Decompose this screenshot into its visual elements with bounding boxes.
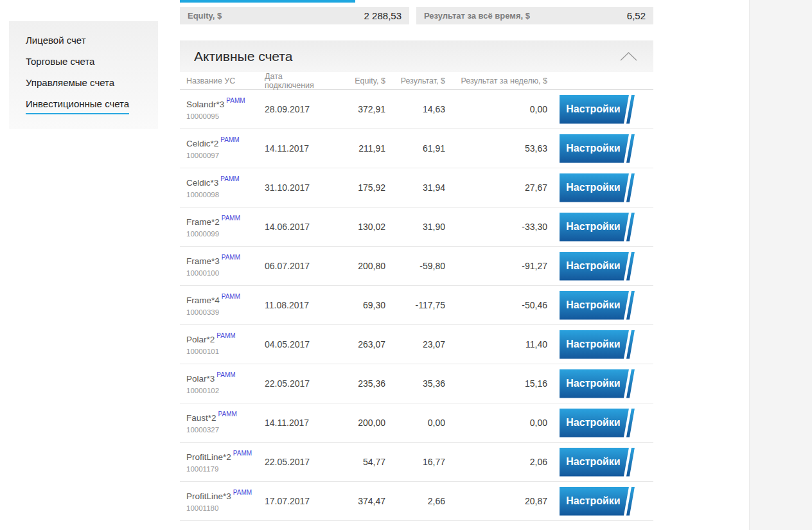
right-page-gutter [749, 0, 812, 530]
connect-date-cell: 11.08.2017 [265, 300, 333, 310]
settings-button-label: Настройки [560, 134, 635, 163]
account-name: Celdic*3 [186, 179, 218, 188]
result-cell: 35,36 [385, 378, 445, 389]
connect-date-cell: 14.11.2017 [265, 143, 333, 154]
week-result-cell: 53,63 [445, 143, 547, 154]
connect-date-cell: 14.06.2017 [265, 222, 333, 232]
active-tab-underline [180, 0, 355, 3]
pamm-link[interactable]: PAMM [216, 371, 235, 378]
account-name-cell: Celdic*2PAMM 10000097 [180, 137, 265, 159]
account-number: 10000097 [186, 152, 265, 159]
equity-cell: 200,00 [333, 418, 385, 428]
settings-button[interactable]: Настройки [560, 252, 635, 281]
action-cell: Настройки [547, 291, 653, 320]
pamm-link[interactable]: PAMM [218, 411, 237, 418]
account-number: 10000099 [186, 230, 265, 238]
equity-stat-value: 2 288,53 [364, 10, 402, 21]
settings-button[interactable]: Настройки [560, 369, 635, 398]
pamm-link[interactable]: PAMM [222, 254, 240, 261]
table-row: Frame*2PAMM 10000099 14.06.2017 130,02 3… [180, 208, 653, 247]
account-name: Celdic*2 [186, 139, 218, 149]
result-cell: 23,07 [385, 339, 445, 349]
table-row: Celdic*3PAMM 10000098 31.10.2017 175,92 … [180, 168, 653, 208]
account-name: ProfitLine*2 [186, 453, 231, 463]
table-header-row: Название УС Дата подключения Equity, $ Р… [180, 72, 653, 90]
connect-date-cell: 06.07.2017 [265, 261, 333, 271]
pamm-link[interactable]: PAMM [222, 215, 240, 222]
result-cell: 16,77 [385, 457, 445, 467]
account-name-cell: Celdic*3PAMM 10000098 [180, 177, 265, 198]
pamm-link[interactable]: PAMM [226, 97, 245, 104]
account-number: 10000100 [186, 269, 265, 277]
account-name-cell: Solandr*3PAMM 10000095 [180, 98, 265, 119]
result-cell: 14,63 [385, 104, 445, 114]
week-result-cell: 20,87 [445, 496, 547, 506]
week-result-cell: 15,16 [445, 378, 547, 389]
equity-cell: 175,92 [333, 182, 385, 193]
action-cell: Настройки [547, 134, 653, 163]
table-row: Celdic*2PAMM 10000097 14.11.2017 211,91 … [180, 129, 653, 168]
action-cell: Настройки [547, 252, 653, 281]
pamm-link[interactable]: PAMM [222, 293, 240, 300]
action-cell: Настройки [547, 487, 653, 516]
table-row: ProfitLine*2PAMM 10001179 22.05.2017 54,… [180, 443, 653, 482]
equity-cell: 372,91 [333, 104, 385, 114]
settings-button[interactable]: Настройки [560, 487, 635, 516]
account-number: 10001179 [186, 465, 265, 473]
settings-button-label: Настройки [560, 252, 635, 281]
action-cell: Настройки [547, 213, 653, 242]
settings-button[interactable]: Настройки [560, 409, 635, 437]
week-result-cell: 27,67 [445, 182, 547, 193]
week-result-cell: -50,46 [445, 300, 547, 310]
settings-button-label: Настройки [560, 173, 635, 202]
equity-cell: 263,07 [333, 339, 385, 349]
connect-date-cell: 22.05.2017 [265, 457, 333, 467]
settings-button[interactable]: Настройки [560, 173, 635, 202]
settings-button-label: Настройки [560, 291, 635, 320]
account-name: Faust*2 [186, 414, 216, 423]
account-number: 10001180 [186, 504, 265, 512]
pamm-link[interactable]: PAMM [233, 489, 252, 496]
pamm-link[interactable]: PAMM [233, 450, 252, 457]
panel-title: Активные счета [194, 49, 292, 64]
alltime-result-stat-box: Результат за всё время, $ 6,52 [416, 7, 653, 24]
account-name-cell: Polar*2PAMM 10000101 [180, 333, 265, 355]
sidebar-item-personal-account[interactable]: Лицевой счет [9, 30, 158, 51]
settings-button-label: Настройки [560, 409, 635, 437]
account-name: Solandr*3 [186, 100, 224, 110]
table-row: Polar*3PAMM 10000102 22.05.2017 235,36 3… [180, 364, 653, 403]
settings-button[interactable]: Настройки [560, 291, 635, 320]
sidebar-item-investment-accounts[interactable]: Инвестиционные счета [9, 93, 158, 119]
account-number: 10000327 [186, 426, 265, 434]
pamm-link[interactable]: PAMM [220, 175, 239, 182]
account-name-cell: Frame*3PAMM 10000100 [180, 255, 265, 276]
table-row: Solandr*3PAMM 10000095 28.09.2017 372,91… [180, 90, 653, 129]
table-row: Frame*3PAMM 10000100 06.07.2017 200,80 -… [180, 247, 653, 286]
sidebar-item-managed-accounts[interactable]: Управляемые счета [9, 72, 158, 93]
settings-button[interactable]: Настройки [560, 330, 635, 359]
settings-button[interactable]: Настройки [560, 448, 635, 477]
pamm-link[interactable]: PAMM [216, 332, 235, 339]
account-name-cell: Frame*2PAMM 10000099 [180, 216, 265, 237]
week-result-cell: 2,06 [445, 457, 547, 467]
sidebar-item-trading-accounts[interactable]: Торговые счета [9, 51, 158, 72]
equity-cell: 200,80 [333, 261, 385, 271]
settings-button-label: Настройки [560, 330, 635, 359]
settings-button[interactable]: Настройки [560, 213, 635, 242]
settings-button[interactable]: Настройки [560, 95, 635, 124]
sidebar-item-label: Управляемые счета [26, 77, 114, 88]
connect-date-cell: 31.10.2017 [265, 182, 333, 193]
account-name-cell: Polar*3PAMM 10000102 [180, 373, 265, 394]
alltime-result-stat-value: 6,52 [627, 10, 646, 21]
settings-button[interactable]: Настройки [560, 134, 635, 163]
settings-button-label: Настройки [560, 213, 635, 242]
pamm-link[interactable]: PAMM [220, 136, 239, 143]
settings-button-label: Настройки [560, 95, 635, 124]
collapse-panel-button[interactable] [620, 52, 637, 61]
result-cell: -117,75 [385, 300, 445, 310]
alltime-result-stat-label: Результат за всё время, $ [424, 11, 530, 21]
equity-stat-label: Equity, $ [188, 11, 222, 21]
account-name-cell: Frame*4PAMM 10000339 [180, 294, 265, 315]
column-header-date: Дата подключения [265, 72, 333, 90]
action-cell: Настройки [547, 330, 653, 359]
